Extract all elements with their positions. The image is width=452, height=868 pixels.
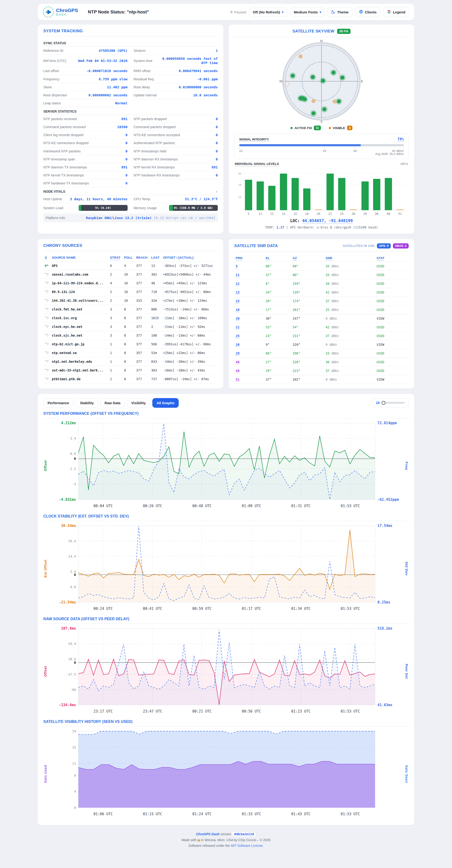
- satellite-visible-dot[interactable]: [312, 99, 316, 103]
- satellite-active-dot[interactable]: [341, 75, 345, 80]
- svg-text:01:06 UTC: 01:06 UTC: [93, 812, 113, 816]
- stability-chart[interactable]: 00:24 UTC00:41 UTC00:59 UTC01:17 UTC01:3…: [51, 522, 401, 615]
- snr-bar[interactable]: [268, 186, 276, 210]
- tab-raw-data[interactable]: Raw Data: [100, 398, 125, 408]
- snr-bar[interactable]: [280, 174, 287, 210]
- svg-text:-4.831ms: -4.831ms: [59, 497, 76, 502]
- signal-levels-chart[interactable]: 422915511121315182021252629464851: [234, 167, 409, 217]
- svg-text:-3: -3: [72, 482, 76, 486]
- column-header[interactable]: LAST: [150, 253, 161, 261]
- snr-bar[interactable]: [385, 178, 392, 210]
- prn-cell[interactable]: 25: [234, 332, 264, 340]
- prn-cell[interactable]: 13: [234, 288, 264, 297]
- svg-text:00:26 UTC: 00:26 UTC: [143, 504, 162, 508]
- satellite-active-dot[interactable]: [311, 75, 315, 79]
- snr-bar[interactable]: [291, 178, 299, 210]
- snr-bar[interactable]: [303, 188, 311, 210]
- satellite-visible-dot[interactable]: [333, 100, 337, 104]
- satellite-active-dot[interactable]: [337, 99, 341, 103]
- column-header[interactable]: STAT: [375, 254, 409, 262]
- snr-value: 36: [326, 360, 329, 364]
- perf-chart[interactable]: 00:04 UTC00:26 UTC00:48 UTC01:09 UTC01:3…: [51, 419, 401, 512]
- visibility-chart-svg[interactable]: 01:06 UTC01:15 UTC01:24 UTC01:33 UTC01:4…: [51, 727, 401, 820]
- snr-bar[interactable]: [350, 209, 357, 210]
- prn-cell[interactable]: 20: [234, 314, 264, 323]
- slider-knob-icon[interactable]: [382, 401, 385, 405]
- source-state: ^?: [43, 296, 51, 305]
- snr-bar[interactable]: [361, 182, 369, 210]
- snr-bar[interactable]: [315, 209, 322, 210]
- footer-app-name[interactable]: ChroGPS Dash: [196, 832, 219, 836]
- refresh-select[interactable]: Off (No Refresh) ▾: [249, 7, 287, 17]
- snr-bar[interactable]: [326, 174, 334, 210]
- satellite-active-dot[interactable]: [321, 79, 325, 83]
- column-header[interactable]: S: [43, 253, 51, 261]
- location-value[interactable]: 44.054657, -91.648199: [302, 218, 353, 224]
- snr-bar[interactable]: [373, 179, 381, 210]
- source-poll: 8: [123, 313, 135, 322]
- satellite-active-dot[interactable]: [303, 97, 307, 101]
- column-header[interactable]: POLL: [123, 253, 135, 261]
- column-header[interactable]: SNR: [324, 254, 375, 262]
- snr-bar[interactable]: [396, 209, 404, 210]
- column-header[interactable]: REACH: [135, 253, 150, 261]
- tab-stability[interactable]: Stability: [76, 398, 98, 408]
- prn-cell[interactable]: 5: [234, 262, 264, 271]
- stat-row: NTP kernel TX timestamps0: [43, 171, 128, 179]
- prn-cell[interactable]: 29: [234, 349, 264, 358]
- prn-cell[interactable]: 26: [234, 340, 264, 349]
- svg-text:0.6: 0.6: [70, 452, 76, 456]
- tab-all-graphs[interactable]: All Graphs: [152, 398, 179, 408]
- version-badge[interactable]: 66b3a2e22d: [232, 832, 256, 837]
- time-range-slider[interactable]: [382, 402, 405, 404]
- visibility-chart[interactable]: 01:06 UTC01:15 UTC01:24 UTC01:33 UTC01:4…: [51, 727, 401, 820]
- stability-chart-svg[interactable]: 00:24 UTC00:41 UTC00:59 UTC01:17 UTC01:3…: [51, 522, 401, 615]
- column-header[interactable]: EL: [264, 254, 291, 262]
- prn-cell[interactable]: 12: [234, 279, 264, 288]
- legend-button[interactable]: Legend: [383, 7, 409, 17]
- perf-chart-svg[interactable]: 00:04 UTC00:26 UTC00:48 UTC01:09 UTC01:3…: [51, 419, 401, 512]
- table-row: 1520°174°37 dBHzUSED: [234, 297, 409, 305]
- collapse-icon[interactable]: ▲: [216, 190, 218, 193]
- theme-button[interactable]: Theme: [328, 7, 352, 17]
- stat-label: Leap status: [43, 101, 61, 105]
- prn-cell[interactable]: 15: [234, 297, 264, 305]
- column-header[interactable]: STRAT: [108, 253, 123, 261]
- header-controls: Paused Off (No Refresh) ▾ Medium Fonts ▾…: [230, 7, 409, 17]
- brand[interactable]: ChroGPS DASH: [43, 7, 78, 18]
- column-header[interactable]: PRN: [234, 254, 264, 262]
- prn-cell[interactable]: 48: [234, 366, 264, 375]
- satellite-active-dot[interactable]: [322, 107, 326, 111]
- column-header[interactable]: SOURCE NAME: [51, 253, 108, 261]
- clients-button[interactable]: Clients: [355, 7, 381, 17]
- prn-cell[interactable]: 51: [234, 375, 264, 384]
- svg-text:25: 25: [340, 212, 344, 216]
- prn-cell[interactable]: 11: [234, 271, 264, 279]
- tab-performance[interactable]: Performance: [43, 398, 73, 408]
- snr-bar[interactable]: [245, 180, 252, 210]
- snr-bar[interactable]: [338, 178, 345, 210]
- svg-text:00:48 UTC: 00:48 UTC: [192, 504, 212, 508]
- time-range-control[interactable]: 1h: [372, 398, 409, 407]
- satellite-active-dot[interactable]: [312, 111, 316, 115]
- skyview-plot[interactable]: NESW: [234, 39, 409, 125]
- column-header[interactable]: OFFSET / [ACTUAL]: [162, 253, 218, 261]
- brand-subtitle: DASH: [56, 13, 78, 16]
- satellite-active-dot[interactable]: [291, 74, 295, 78]
- satellite-visible-dot[interactable]: [298, 54, 302, 58]
- prn-cell[interactable]: 18: [234, 305, 264, 314]
- prn-cell[interactable]: 21: [234, 323, 264, 332]
- section-heading: SERVER STATISTICS: [43, 107, 218, 115]
- prn-cell[interactable]: 46: [234, 358, 264, 366]
- table-row: ^?69.9.131.124210377710-4575us[-9652us] …: [43, 287, 218, 296]
- snr-bar[interactable]: [257, 182, 264, 210]
- raw-chart[interactable]: 23:17 UTC23:47 UTC00:21 UTC00:56 UTC01:2…: [51, 625, 401, 718]
- column-header[interactable]: AZ: [291, 254, 324, 262]
- raw-chart-svg[interactable]: 23:17 UTC23:47 UTC00:21 UTC00:56 UTC01:2…: [51, 625, 401, 718]
- fonts-select[interactable]: Medium Fonts ▾: [290, 7, 325, 17]
- tab-visibility[interactable]: Visibility: [127, 398, 150, 408]
- satellite-active-dot[interactable]: [331, 71, 335, 75]
- license-link[interactable]: MIT Software License: [231, 844, 262, 847]
- source-stratum: 3: [108, 305, 123, 313]
- satellites-in-use-label: SATELLITES IN USE: [343, 244, 375, 248]
